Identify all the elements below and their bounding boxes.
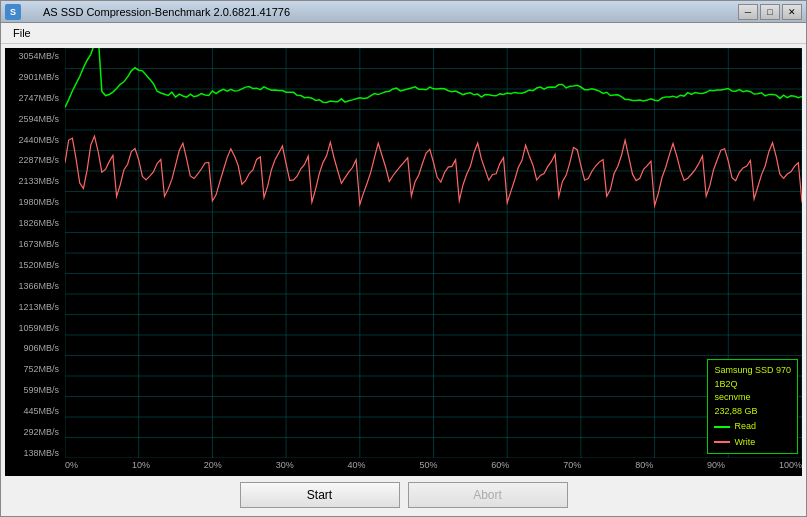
y-axis-label: 599MB/s: [5, 386, 63, 395]
main-window: S AS SSD Compression-Benchmark 2.0.6821.…: [0, 0, 807, 517]
legend-read-row: Read: [714, 420, 791, 434]
x-axis-label: 20%: [204, 460, 222, 470]
legend-driver: secnvme: [714, 391, 791, 405]
y-axis-label: 2287MB/s: [5, 156, 63, 165]
window-title: AS SSD Compression-Benchmark 2.0.6821.41…: [43, 6, 290, 18]
y-axis-label: 2440MB/s: [5, 136, 63, 145]
write-line-icon: [714, 441, 730, 443]
y-axis-label: 1366MB/s: [5, 282, 63, 291]
y-axis-label: 906MB/s: [5, 344, 63, 353]
legend-device: Samsung SSD 970: [714, 364, 791, 378]
x-axis-label: 40%: [348, 460, 366, 470]
content-area: 3054MB/s2901MB/s2747MB/s2594MB/s2440MB/s…: [1, 44, 806, 516]
x-axis-label: 70%: [563, 460, 581, 470]
title-bar-controls: ─ □ ✕: [738, 4, 802, 20]
x-axis: 0%10%20%30%40%50%60%70%80%90%100%: [65, 458, 802, 476]
x-axis-label: 90%: [707, 460, 725, 470]
legend-write-label: Write: [734, 436, 755, 450]
y-axis-label: 2594MB/s: [5, 115, 63, 124]
title-bar-left: S AS SSD Compression-Benchmark 2.0.6821.…: [5, 4, 290, 20]
button-bar: Start Abort: [5, 476, 802, 512]
x-axis-label: 30%: [276, 460, 294, 470]
x-axis-label: 0%: [65, 460, 78, 470]
app-icon: S: [5, 4, 21, 20]
legend-box: Samsung SSD 970 1B2Q secnvme 232,88 GB R…: [707, 359, 798, 454]
y-axis-label: 445MB/s: [5, 407, 63, 416]
y-axis-label: 752MB/s: [5, 365, 63, 374]
start-button[interactable]: Start: [240, 482, 400, 508]
legend-size: 232,88 GB: [714, 405, 791, 419]
abort-button[interactable]: Abort: [408, 482, 568, 508]
chart-canvas: [65, 48, 802, 458]
y-axis-label: 1213MB/s: [5, 303, 63, 312]
y-axis-label: 1980MB/s: [5, 198, 63, 207]
legend-read-label: Read: [734, 420, 756, 434]
y-axis-label: 292MB/s: [5, 428, 63, 437]
chart-area: 3054MB/s2901MB/s2747MB/s2594MB/s2440MB/s…: [5, 48, 802, 476]
y-axis-label: 1826MB/s: [5, 219, 63, 228]
y-axis: 3054MB/s2901MB/s2747MB/s2594MB/s2440MB/s…: [5, 48, 65, 476]
y-axis-label: 1520MB/s: [5, 261, 63, 270]
maximize-button[interactable]: □: [760, 4, 780, 20]
x-axis-label: 50%: [419, 460, 437, 470]
x-axis-label: 10%: [132, 460, 150, 470]
close-button[interactable]: ✕: [782, 4, 802, 20]
file-menu[interactable]: File: [5, 25, 39, 41]
y-axis-label: 1059MB/s: [5, 324, 63, 333]
x-axis-label: 60%: [491, 460, 509, 470]
y-axis-label: 2133MB/s: [5, 177, 63, 186]
minimize-button[interactable]: ─: [738, 4, 758, 20]
y-axis-label: 138MB/s: [5, 449, 63, 458]
read-line-icon: [714, 426, 730, 428]
legend-write-row: Write: [714, 436, 791, 450]
y-axis-label: 3054MB/s: [5, 52, 63, 61]
chart-canvas-wrapper: [65, 48, 802, 458]
legend-model: 1B2Q: [714, 378, 791, 392]
x-axis-label: 80%: [635, 460, 653, 470]
title-bar: S AS SSD Compression-Benchmark 2.0.6821.…: [1, 1, 806, 23]
y-axis-label: 2901MB/s: [5, 73, 63, 82]
y-axis-label: 1673MB/s: [5, 240, 63, 249]
y-axis-label: 2747MB/s: [5, 94, 63, 103]
chart-main: 0%10%20%30%40%50%60%70%80%90%100% Samsun…: [65, 48, 802, 476]
x-axis-label: 100%: [779, 460, 802, 470]
menu-bar: File: [1, 23, 806, 44]
